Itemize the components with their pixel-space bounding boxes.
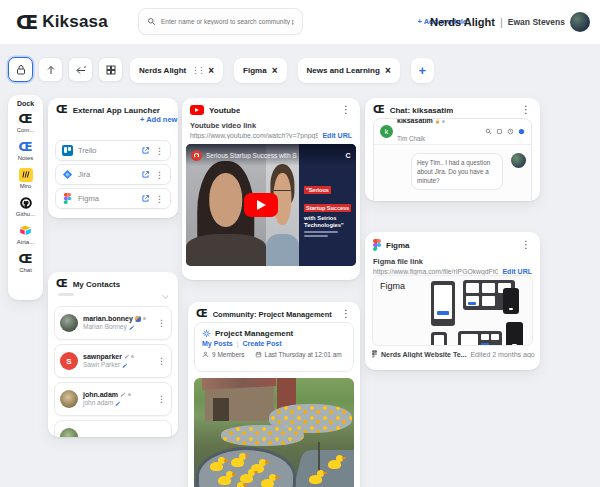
figma-file-meta: Nerds Alight Website Te... Edited 2 mont… [372, 350, 540, 358]
dock-item-community[interactable]: Œ Com... [8, 111, 43, 133]
kebab-menu-icon[interactable]: ⋮ [520, 240, 532, 250]
kebab-menu-icon[interactable]: ⋮ [155, 146, 164, 156]
add-tab-button[interactable]: + [411, 58, 434, 83]
drag-handle-icon[interactable]: ⋮⋮ [191, 66, 203, 75]
edit-url-button[interactable]: Edit URL [322, 132, 352, 139]
tab-nerds-alight[interactable]: Nerds Alight ⋮⋮ × [130, 58, 223, 83]
workspace-name: Nerds Alight [430, 16, 495, 28]
chat-room-name: kiksasatim [397, 118, 433, 126]
search-icon[interactable] [485, 128, 492, 135]
kebab-menu-icon[interactable]: ⋮ [340, 105, 352, 115]
history-icon[interactable] [507, 128, 514, 135]
lock-button[interactable] [8, 57, 33, 82]
play-button[interactable] [244, 193, 278, 217]
arrow-up-icon [45, 64, 57, 76]
info-icon[interactable] [518, 128, 525, 135]
kiksasa-icon: Œ [56, 105, 68, 115]
dock-item-label: Airta... [17, 239, 34, 245]
kebab-menu-icon[interactable]: ⋮ [520, 105, 532, 115]
create-post-link[interactable]: Create Post [243, 340, 282, 347]
edit-pencil-icon[interactable] [115, 401, 121, 407]
kiksasa-icon: Œ [196, 309, 208, 319]
grid-layout-button[interactable] [98, 57, 123, 82]
tab-figma[interactable]: Figma × [234, 58, 286, 83]
move-up-button[interactable] [38, 57, 63, 82]
search-input[interactable] [161, 18, 294, 25]
sender-avatar [511, 153, 526, 168]
figma-canvas-label: Figma [380, 281, 405, 291]
kebab-menu-icon[interactable]: ⋮ [340, 309, 352, 319]
edit-pencil-icon [124, 354, 130, 360]
kebab-menu-icon[interactable]: ⋮ [155, 170, 164, 180]
edit-pencil-icon[interactable] [122, 363, 128, 369]
dock-item-chat[interactable]: Œ Chat [8, 251, 43, 273]
members-count: 9 Members [212, 351, 245, 358]
external-link-icon[interactable] [141, 146, 150, 155]
figma-file-preview[interactable]: Figma [372, 275, 533, 346]
airtable-icon [18, 223, 33, 238]
my-posts-link[interactable]: My Posts [202, 340, 233, 347]
design-frame [503, 288, 519, 314]
caption-bar [304, 231, 338, 233]
dock-title: Dock [8, 100, 43, 107]
app-logo[interactable]: Œ Kiksasa [16, 12, 108, 32]
window-icon[interactable] [496, 128, 503, 135]
youtube-url: https://www.youtube.com/watch?v=7pnpg9..… [190, 132, 318, 139]
widget-title: Figma [386, 241, 410, 250]
undo-button[interactable] [68, 57, 93, 82]
contact-avatar [60, 390, 78, 408]
figma-icon [372, 350, 377, 358]
presence-dot [442, 120, 445, 123]
video-title: Serious Startup Success with S [206, 152, 341, 159]
contact-row-marian[interactable]: marian.bonney Marian Bonney ⋮ [54, 306, 172, 340]
photo-duck [328, 460, 341, 469]
external-link-icon[interactable] [141, 170, 150, 179]
dock-item-miro[interactable]: Miro [8, 167, 43, 189]
tab-news-and-learning[interactable]: News and Learning × [298, 58, 400, 83]
app-window: Œ Kiksasa + Add module Nerds Alight | Ew… [0, 0, 600, 487]
app-row-jira[interactable]: Jira ⋮ [55, 164, 171, 185]
kebab-menu-icon[interactable]: ⋮ [155, 194, 164, 204]
dock-item-label: Com... [17, 127, 35, 133]
figma-icon [373, 239, 381, 251]
kiksasa-chat-icon: Œ [18, 251, 33, 266]
tab-label: Figma [243, 66, 267, 75]
members-icon [202, 351, 209, 358]
search-box[interactable] [138, 8, 303, 35]
edit-pencil-icon[interactable] [129, 325, 135, 331]
contact-row-sawn[interactable]: S sawnparker Sawn Parker ⋮ [54, 344, 172, 378]
app-row-trello[interactable]: Trello ⋮ [55, 140, 171, 161]
kebab-menu-icon[interactable]: ⋮ [157, 356, 166, 366]
figma-url: https://www.figma.com/file/rIPGOkwqdFtG.… [373, 268, 498, 275]
user-avatar[interactable] [570, 12, 590, 32]
presence-dot [128, 393, 131, 396]
photo-shed [205, 383, 274, 421]
youtube-video-player[interactable]: "Serious Startup Success with Seirios Te… [186, 144, 356, 266]
close-icon[interactable]: × [272, 66, 278, 76]
contact-row-john[interactable]: john.adam john adam ⋮ [54, 382, 172, 416]
photo-duck-tub [196, 447, 297, 487]
external-link-icon[interactable] [141, 194, 150, 203]
close-icon[interactable]: × [208, 66, 214, 76]
presence-dot [143, 317, 146, 320]
close-icon[interactable]: × [385, 66, 391, 76]
dock-item-airtable[interactable]: Airta... [8, 223, 43, 245]
app-row-figma[interactable]: Figma ⋮ [55, 188, 171, 209]
dock-item-notes[interactable]: Œ Notes [8, 139, 43, 161]
photo-duck [309, 475, 322, 484]
user-name: Ewan Stevens [508, 17, 565, 27]
contact-row-partial[interactable] [54, 420, 172, 437]
chat-room-avatar: k [380, 125, 393, 138]
dock-item-github[interactable]: Githu... [8, 195, 43, 217]
divider: | [500, 16, 503, 28]
channel-avatar [191, 150, 202, 161]
edit-url-button[interactable]: Edit URL [502, 268, 532, 275]
kiksasa-logo-icon: Œ [16, 13, 38, 32]
kebab-menu-icon[interactable]: ⋮ [157, 394, 166, 404]
caption-line: "Serious [304, 186, 331, 194]
add-new-app-button[interactable]: + Add new [140, 115, 178, 124]
kebab-menu-icon[interactable]: ⋮ [157, 318, 166, 328]
contact-fullname: john adam [83, 399, 113, 407]
github-icon [18, 195, 33, 210]
tab-label: Nerds Alight [139, 66, 186, 75]
